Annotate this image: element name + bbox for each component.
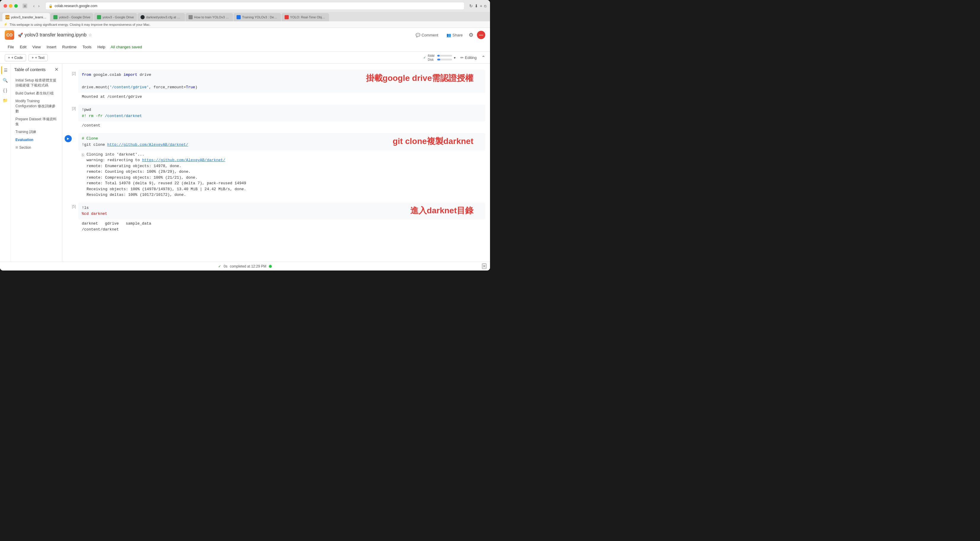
pwd-cmd: !pwd (82, 108, 91, 112)
sidebar-toggle-btn[interactable]: ⊞ (22, 3, 27, 8)
tab-favicon-deep (237, 15, 241, 19)
folder-icon-btn[interactable]: 📁 (1, 96, 10, 105)
status-close-btn[interactable]: ✕ (482, 263, 487, 269)
main-content: ☰ 🔍 { } 📁 Table of contents ✕ Initial Se… (0, 64, 490, 262)
user-avatar[interactable]: — (477, 31, 485, 39)
toc-item-initial-setup[interactable]: Initial Setup 檢查硬體支援 掛載硬碟 下載程式碼 (14, 76, 59, 89)
menu-tools[interactable]: Tools (80, 44, 94, 50)
ram-disk-meter: ✓ RAM Disk ▾ (423, 54, 456, 61)
share-label: Share (452, 33, 463, 37)
toc-item-prepare-dataset[interactable]: Prepare Dataset 準備資料集 (14, 115, 59, 128)
cell-clone-number: ▶ (67, 133, 76, 200)
meter-expand-icon[interactable]: ▾ (454, 56, 456, 60)
tab-favicon-realtime (285, 15, 289, 19)
comment-btn[interactable]: 💬 Comment (413, 32, 441, 38)
annotation-git-clone: git clone複製darknet (393, 136, 473, 147)
menu-file[interactable]: File (5, 44, 17, 50)
toc-icon-btn[interactable]: ☰ (1, 66, 10, 75)
toc-item-training[interactable]: Training 訓練 (14, 128, 59, 136)
tab-active[interactable]: CO yolov3_transfer_learning.ip... (2, 13, 50, 21)
nav-arrows: ‹ › (32, 3, 41, 9)
clone-out-4: remote: Counting objects: 100% (29/29), … (87, 169, 246, 175)
darknet-path: /content/darknet (105, 114, 142, 118)
reload-btn[interactable]: ↻ (469, 3, 473, 8)
toc-item-evaluation[interactable]: Evaluation (14, 136, 59, 144)
add-code-btn[interactable]: + + Code (5, 54, 26, 61)
drive-icon: 🚀 (18, 33, 23, 37)
browser-window: ⊞ ‹ › 🔒 colab.research.google.com ↻ ⬇ + … (0, 0, 490, 271)
tab-training-deep[interactable]: Training YOLOv3 : Deep Le... (234, 13, 281, 21)
back-btn[interactable]: ‹ (32, 3, 36, 9)
import-keyword: import (123, 73, 137, 77)
close-traffic-light[interactable] (3, 4, 7, 8)
editing-btn[interactable]: ✏ Editing (458, 54, 479, 61)
tab-drive-1[interactable]: yolov3 - Google Drive (50, 13, 93, 21)
share-btn[interactable]: 👥 Share (444, 32, 465, 38)
disk-label: Disk (428, 58, 436, 61)
menu-edit[interactable]: Edit (17, 44, 29, 50)
traffic-lights (3, 4, 18, 8)
drive-text: drive (140, 73, 151, 77)
new-tab-btn[interactable]: + (480, 3, 482, 8)
ls-cmd: !ls (82, 206, 89, 210)
address-bar[interactable]: 🔒 colab.research.google.com (45, 2, 464, 10)
star-icon[interactable]: ☆ (88, 33, 92, 37)
tab-label-train: How to train YOLOv3 on th... (194, 16, 230, 19)
tab-label-drive2: yolov3 - Google Drive (103, 16, 134, 19)
run-button[interactable]: ▶ (65, 135, 72, 142)
cell-2: [2] from google.colab import drive (67, 70, 485, 102)
cell-5: [5] !ls %cd darknet darknet gdrive sampl (67, 203, 485, 235)
toc-item-modify-config[interactable]: Modify Training Configuration 修改訓練參數 (14, 97, 59, 115)
clone-out-7: Receiving objects: 100% (14978/14978), 1… (87, 186, 246, 192)
add-text-plus-icon: + (32, 56, 34, 60)
forward-btn[interactable]: › (37, 3, 41, 9)
tab-yolo-realtime[interactable]: YOLO: Real-Time Object De... (282, 13, 329, 21)
meter-bars: RAM Disk (428, 54, 452, 61)
comma-space: , force_remount= (149, 85, 186, 89)
menu-view[interactable]: View (29, 44, 44, 50)
toc-items: Initial Setup 檢查硬體支援 掛載硬碟 下載程式碼 Build Da… (11, 75, 62, 152)
toc-item-section[interactable]: ⊞ Section (14, 144, 59, 151)
content-output: /content (82, 123, 100, 128)
add-text-btn[interactable]: + + Text (29, 54, 48, 61)
tab-yolo-train[interactable]: How to train YOLOv3 on th... (186, 13, 233, 21)
tab-favicon-drive2 (97, 15, 101, 19)
tab-github[interactable]: darknet/yolov3.cfg at mast... (138, 13, 185, 21)
toolbar-right: ↻ ⬇ + ⎋ (469, 3, 487, 8)
toc-item-build-darket[interactable]: Build Darket 產生執行檔 (14, 89, 59, 97)
status-green-dot (269, 265, 272, 268)
expand-btn[interactable]: ⌃ (481, 55, 485, 60)
disk-meter-fill (437, 59, 440, 60)
toc-panel: Table of contents ✕ Initial Setup 檢查硬體支援… (11, 64, 62, 262)
code-icon-btn[interactable]: { } (1, 86, 10, 95)
fullscreen-traffic-light[interactable] (14, 4, 18, 8)
cell-2-line-2: drive.mount('/content/gdrive', force_rem… (82, 84, 482, 90)
github-redirect-link[interactable]: https://github.com/AlexeyAB/darknet/ (142, 158, 225, 162)
settings-btn[interactable]: ⚙ (469, 32, 473, 38)
from-keyword: from (82, 73, 91, 77)
menu-help[interactable]: Help (95, 44, 108, 50)
cell-3-code[interactable]: !pwd #! rm -fr /content/darknet (78, 105, 485, 122)
cell-3-number: [3] (67, 105, 76, 131)
sidebar-close-btn[interactable]: ✕ (54, 67, 59, 72)
menu-runtime[interactable]: Runtime (59, 44, 80, 50)
colab-logo[interactable]: CO (5, 30, 14, 40)
annotation-gdrive: 掛載google drive需認證授權 (366, 73, 473, 84)
section-plus-icon: ⊞ (16, 146, 18, 149)
darknet-url[interactable]: http://github.com/AlexeyAB/darknet/ (107, 143, 188, 147)
notebook-area[interactable]: [2] from google.colab import drive (62, 64, 490, 262)
energy-warning-bar: ⚡ This webpage is using significant ener… (0, 21, 490, 28)
tab-label-drive1: yolov3 - Google Drive (59, 16, 91, 19)
toc-section-label: Section (19, 146, 31, 150)
notebook-toolbar: + + Code + + Text ✓ RAM Disk (0, 52, 490, 64)
minimize-traffic-light[interactable] (9, 4, 13, 8)
window-controls: ⊞ (22, 3, 27, 8)
cell-2-number: [2] (67, 70, 76, 102)
tab-drive-2[interactable]: yolov3 - Google Drive (94, 13, 137, 21)
tab-favicon-active: CO (5, 15, 10, 19)
search-icon-btn[interactable]: 🔍 (1, 76, 10, 84)
menu-insert[interactable]: Insert (44, 44, 59, 50)
cell-3-wrapper: [3] !pwd #! rm -fr /content/darknet /con… (67, 105, 485, 131)
download-btn[interactable]: ⬇ (474, 3, 478, 8)
share-browser-btn[interactable]: ⎋ (484, 3, 487, 8)
